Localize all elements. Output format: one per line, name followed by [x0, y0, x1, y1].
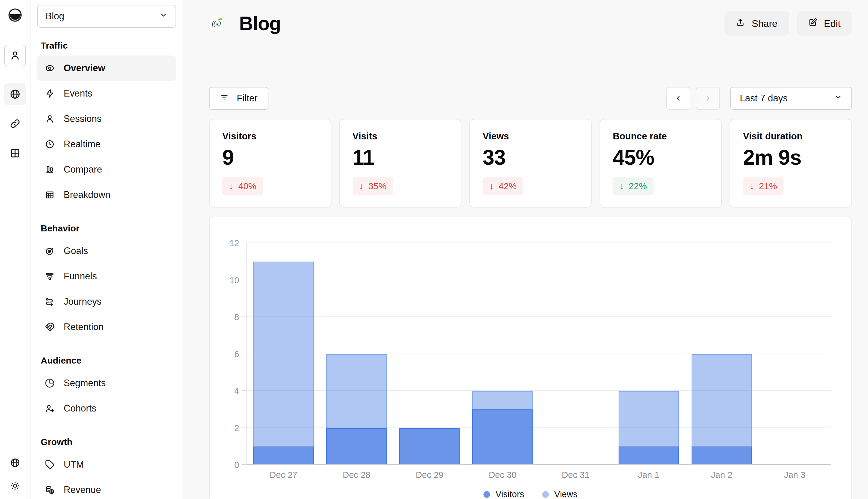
sidebar-item-compare[interactable]: Compare	[37, 157, 176, 182]
table-icon	[45, 190, 54, 200]
metric-card-visitors: Visitors9↓40%	[209, 119, 332, 208]
bar-visitors-dec-30[interactable]	[472, 410, 533, 465]
sidebar-item-events[interactable]: Events	[37, 81, 176, 106]
umami-logo-icon	[7, 7, 23, 23]
sidebar-item-funnels[interactable]: Funnels	[37, 264, 176, 289]
chart-slot-jan-2	[685, 243, 758, 465]
arrow-down-icon: ↓	[619, 181, 624, 191]
edit-label: Edit	[824, 18, 841, 29]
metric-value: 33	[483, 145, 579, 170]
bar-visitors-dec-29[interactable]	[399, 428, 460, 465]
chevron-down-icon	[159, 11, 168, 19]
next-period-button[interactable]	[696, 87, 720, 110]
pie-chart-icon	[45, 378, 54, 388]
bar-visitors-jan-1[interactable]	[619, 447, 679, 465]
metric-change-badge: ↓35%	[352, 178, 393, 195]
metric-value: 45%	[613, 145, 709, 170]
magnet-icon	[45, 322, 54, 332]
metric-change-badge: ↓22%	[613, 178, 654, 195]
filter-button[interactable]: Filter	[209, 87, 269, 110]
website-selector[interactable]: Blog	[37, 5, 176, 28]
metric-card-visit-duration: Visit duration2m 9s↓21%	[730, 119, 852, 208]
sidebar-item-cohorts[interactable]: Cohorts	[37, 396, 176, 421]
metrics-row: Visitors9↓40%Visits11↓35%Views33↓42%Boun…	[209, 119, 852, 208]
y-axis-label: 6	[234, 349, 239, 359]
chart-slot-dec-31	[539, 243, 612, 465]
sidebar-item-utm[interactable]: UTM	[37, 452, 176, 477]
sidebar-item-label: Breakdown	[64, 190, 110, 200]
sidebar-item-segments[interactable]: Segments	[37, 370, 176, 396]
sidebar-item-journeys[interactable]: Journeys	[37, 289, 176, 314]
sidebar-item-retention[interactable]: Retention	[37, 314, 176, 340]
tag-icon	[45, 460, 54, 470]
sidebar-item-revenue[interactable]: Revenue	[37, 477, 176, 499]
edit-button[interactable]: Edit	[797, 11, 852, 36]
y-axis-tick	[241, 354, 247, 354]
chevron-right-icon	[704, 94, 712, 102]
metric-change-value: 42%	[498, 181, 517, 191]
metric-label: Views	[483, 131, 579, 142]
sidebar: Blog TrafficOverviewEventsSessionsRealti…	[30, 0, 183, 499]
lightning-icon	[45, 89, 54, 98]
sun-icon	[10, 480, 20, 491]
legend-item-views[interactable]: Views	[542, 489, 578, 499]
columns-icon	[45, 165, 54, 174]
metric-change-badge: ↓42%	[483, 178, 523, 195]
date-range-select[interactable]: Last 7 days	[730, 87, 852, 110]
website-selector-label: Blog	[46, 11, 64, 22]
rail-links-button[interactable]	[4, 113, 26, 135]
bar-visitors-jan-2[interactable]	[692, 447, 752, 465]
previous-period-button[interactable]	[666, 87, 690, 110]
rail-language-button[interactable]	[7, 455, 23, 471]
user-icon	[10, 50, 21, 61]
y-axis-label: 8	[234, 312, 239, 322]
website-favicon: f(x)	[209, 16, 223, 31]
x-axis-label: Dec 29	[393, 470, 466, 480]
sidebar-item-label: Retention	[64, 321, 104, 332]
bar-visitors-dec-28[interactable]	[326, 428, 387, 465]
chart-slot-jan-1	[612, 243, 685, 465]
metric-card-bounce-rate: Bounce rate45%↓22%	[599, 119, 722, 208]
sidebar-item-breakdown[interactable]: Breakdown	[37, 182, 176, 208]
rail-profile-button[interactable]	[4, 45, 26, 66]
sidebar-item-overview[interactable]: Overview	[37, 56, 176, 81]
share-button[interactable]: Share	[724, 11, 789, 36]
x-axis-labels: Dec 27Dec 28Dec 29Dec 30Dec 31Jan 1Jan 2…	[247, 470, 831, 480]
x-axis-label: Dec 28	[320, 470, 393, 480]
y-axis-label: 0	[234, 460, 239, 470]
chart-slot-dec-30	[466, 243, 539, 465]
metric-label: Bounce rate	[613, 131, 709, 142]
rail-websites-button[interactable]	[4, 83, 26, 105]
nav-section-heading-traffic: Traffic	[37, 40, 176, 51]
rail-dashboards-button[interactable]	[4, 142, 26, 164]
share-label: Share	[752, 18, 777, 29]
sidebar-item-realtime[interactable]: Realtime	[37, 132, 176, 157]
arrow-down-icon: ↓	[489, 181, 494, 191]
bar-views-dec-27[interactable]	[253, 261, 314, 465]
chart-slot-dec-29	[393, 243, 466, 465]
legend-dot	[483, 491, 490, 498]
x-axis-line	[247, 464, 831, 465]
sidebar-item-goals[interactable]: Goals	[37, 238, 176, 264]
rail-logo-button[interactable]	[4, 4, 26, 26]
chevron-down-icon	[834, 93, 842, 101]
x-axis-label: Dec 27	[247, 470, 320, 480]
page-title: Blog	[239, 12, 281, 35]
sidebar-item-sessions[interactable]: Sessions	[37, 106, 176, 132]
route-icon	[45, 297, 54, 306]
sidebar-item-label: Goals	[64, 246, 88, 256]
y-axis-tick	[241, 280, 247, 280]
arrow-down-icon: ↓	[359, 181, 364, 191]
bar-visitors-dec-27[interactable]	[253, 447, 314, 465]
chart-legend: VisitorsViews	[210, 489, 852, 499]
rail-theme-button[interactable]	[7, 478, 23, 494]
nav-section-heading-audience: Audience	[37, 355, 176, 366]
y-axis-tick	[241, 390, 247, 391]
grid-icon	[10, 148, 21, 159]
y-axis-label: 2	[234, 423, 239, 433]
globe-icon	[10, 89, 21, 99]
person-plus-icon	[45, 404, 54, 413]
metric-label: Visitors	[222, 131, 318, 142]
sidebar-item-label: Overview	[64, 63, 105, 74]
legend-item-visitors[interactable]: Visitors	[483, 489, 524, 499]
